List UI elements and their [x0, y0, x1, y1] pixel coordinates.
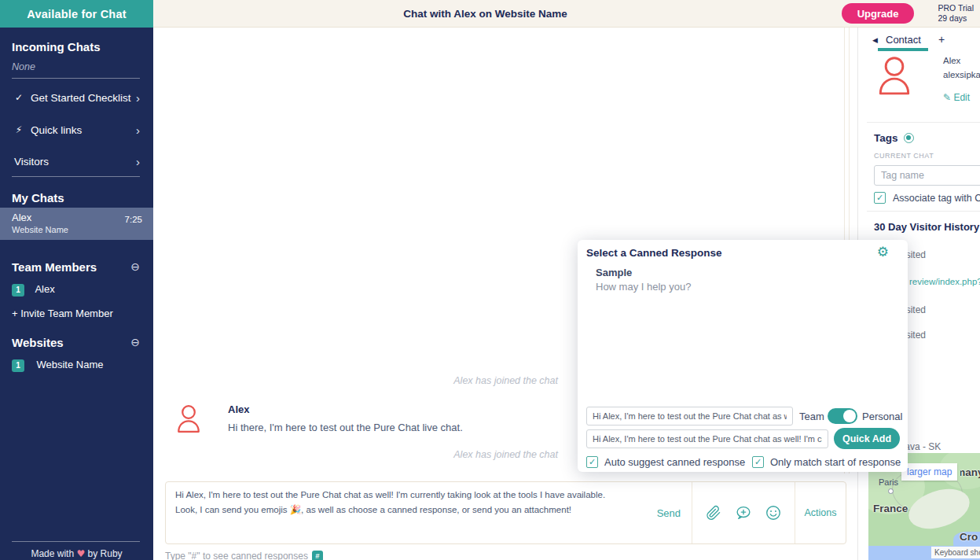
message-composer: Hi Alex, I'm here to test out the Pure C… — [165, 481, 846, 544]
tags-title: Tags — [874, 132, 898, 144]
lightning-icon: ⚡ — [13, 124, 25, 135]
tags-scope-label: CURRENT CHAT — [874, 152, 934, 160]
composer-line2: Look, I can send you emojis 🎉, as well a… — [175, 503, 663, 518]
canned-response-text-input[interactable] — [586, 429, 828, 448]
map-keyboard-shortcuts[interactable]: Keyboard shortcuts — [931, 547, 980, 558]
website-count-badge: 1 — [12, 359, 24, 372]
incoming-chats-empty: None — [12, 61, 35, 72]
edit-contact-button[interactable]: ✎ Edit — [943, 92, 970, 103]
hash-badge: # — [312, 551, 323, 560]
quick-add-button[interactable]: Quick Add — [834, 428, 900, 449]
collapse-websites-icon[interactable]: ⊖ — [130, 336, 140, 348]
canned-response-popup: Select a Canned Response ⚙ Sample How ma… — [578, 240, 908, 472]
view-larger-map-link[interactable]: larger map — [901, 463, 957, 481]
auto-suggest-checkbox[interactable]: ✓ — [586, 456, 598, 468]
chat-site: Website Name — [12, 225, 68, 234]
tags-status-dot-icon[interactable] — [904, 133, 914, 143]
divider — [867, 122, 980, 123]
map-label-france: France — [873, 503, 908, 514]
sidebar: Available for Chat Incoming Chats None ✓… — [0, 0, 153, 560]
attachment-icon[interactable] — [705, 504, 722, 521]
contact-email: alexsipka9 — [943, 70, 980, 79]
websites-title: Websites — [12, 336, 64, 349]
add-tab-button[interactable]: + — [938, 33, 945, 46]
divider — [12, 541, 140, 542]
sidebar-item-label: Get Started Checklist — [31, 92, 131, 104]
contact-avatar-icon — [875, 53, 914, 102]
footer-text-pre: Made with — [31, 548, 74, 559]
auto-suggest-row: ✓ Auto suggest canned response — [586, 456, 745, 468]
toggle-label-team[interactable]: Team — [799, 411, 824, 422]
team-member-count-badge: 1 — [12, 284, 24, 297]
topbar: Chat with Alex on Website Name Upgrade P… — [153, 0, 980, 28]
page-title: Chat with Alex on Website Name — [153, 0, 817, 28]
website-row[interactable]: 1 Website Name — [12, 357, 103, 372]
map-label-germany: Germany — [960, 466, 980, 478]
visitor-history-title: 30 Day Visitor History — [874, 221, 979, 233]
sidebar-item-get-started-checklist[interactable]: ✓ Get Started Checklist › — [0, 87, 153, 109]
hint-text: Type "#" to see canned responses — [165, 551, 308, 560]
sidebar-item-label: Quick links — [31, 124, 82, 136]
contact-name: Alex — [943, 56, 960, 65]
canned-response-hint: Type "#" to see canned responses # — [165, 551, 323, 560]
send-button[interactable]: Send — [657, 507, 681, 519]
associate-tag-checkbox[interactable]: ✓ — [874, 192, 886, 204]
sidebar-item-quick-links[interactable]: ⚡ Quick links › — [0, 119, 153, 141]
match-start-label: Only match start of response — [770, 456, 901, 468]
match-start-checkbox[interactable]: ✓ — [752, 456, 764, 468]
associate-tag-label: Associate tag with C — [893, 193, 980, 204]
popup-title: Select a Canned Response — [586, 247, 722, 259]
tab-contact[interactable]: Contact — [886, 34, 921, 46]
history-link[interactable]: review/index.php?u — [909, 277, 980, 286]
chevron-right-icon: › — [136, 91, 140, 105]
emoji-icon[interactable] — [765, 504, 782, 521]
system-notice-joined: Alex has joined the chat — [306, 375, 558, 386]
team-members-title: Team Members — [12, 260, 97, 274]
trial-line1: PRO Trial — [938, 3, 974, 13]
canned-item-title[interactable]: Sample — [596, 267, 632, 278]
composer-input[interactable]: Hi Alex, I'm here to test out the Pure C… — [166, 482, 692, 543]
chat-time: 7:25 — [125, 215, 142, 224]
incoming-chats-title: Incoming Chats — [12, 40, 101, 53]
check-icon: ✓ — [13, 92, 25, 103]
system-notice-joined-2: Alex has joined the chat — [306, 449, 558, 460]
tag-name-input[interactable] — [874, 165, 980, 186]
edit-label: Edit — [953, 92, 970, 103]
composer-line1: Hi Alex, I'm here to test out the Pure C… — [175, 488, 663, 503]
map-label-paris: Paris — [879, 477, 898, 487]
footer-credit: Made with ♥ by Ruby — [0, 548, 153, 559]
upgrade-button[interactable]: Upgrade — [842, 3, 914, 24]
message-text: Hi there, I'm here to test out the Pure … — [228, 422, 463, 433]
pencil-icon: ✎ — [943, 92, 951, 103]
gear-icon[interactable]: ⚙ — [877, 244, 889, 260]
canned-response-title-input[interactable] — [586, 407, 793, 426]
toggle-label-personal[interactable]: Personal — [862, 411, 902, 422]
actions-button[interactable]: Actions — [805, 507, 837, 518]
chat-name: Alex — [12, 212, 31, 223]
team-member-row[interactable]: 1 Alex — [12, 282, 55, 297]
divider — [12, 78, 140, 79]
match-start-row: ✓ Only match start of response — [752, 456, 901, 468]
sidebar-item-label: Visitors — [14, 156, 49, 168]
invite-team-member-button[interactable]: + Invite Team Member — [12, 308, 113, 319]
map-label-croatia: Cro — [960, 531, 980, 543]
trial-status: PRO Trial 29 days — [938, 3, 974, 24]
divider — [12, 176, 140, 177]
team-personal-toggle[interactable] — [828, 408, 857, 424]
chevron-right-icon: › — [136, 123, 140, 137]
collapse-panel-icon[interactable]: ◀ — [872, 36, 878, 44]
toggle-knob — [843, 410, 856, 422]
team-member-name: Alex — [35, 283, 54, 295]
visitor-avatar-icon — [174, 403, 203, 439]
collapse-team-members-icon[interactable]: ⊖ — [130, 260, 140, 273]
canned-response-icon[interactable] — [735, 504, 752, 521]
trial-line2: 29 days — [938, 13, 974, 24]
footer-text-post: by Ruby — [88, 548, 123, 559]
sidebar-item-visitors[interactable]: Visitors › — [0, 150, 153, 172]
tab-active-indicator — [878, 48, 928, 51]
availability-status[interactable]: Available for Chat — [0, 0, 153, 28]
auto-suggest-label: Auto suggest canned response — [604, 456, 745, 468]
chevron-right-icon: › — [136, 155, 140, 168]
composer-toolbar — [692, 482, 795, 543]
chat-list-item-alex[interactable]: Alex 7:25 Website Name — [0, 208, 153, 240]
